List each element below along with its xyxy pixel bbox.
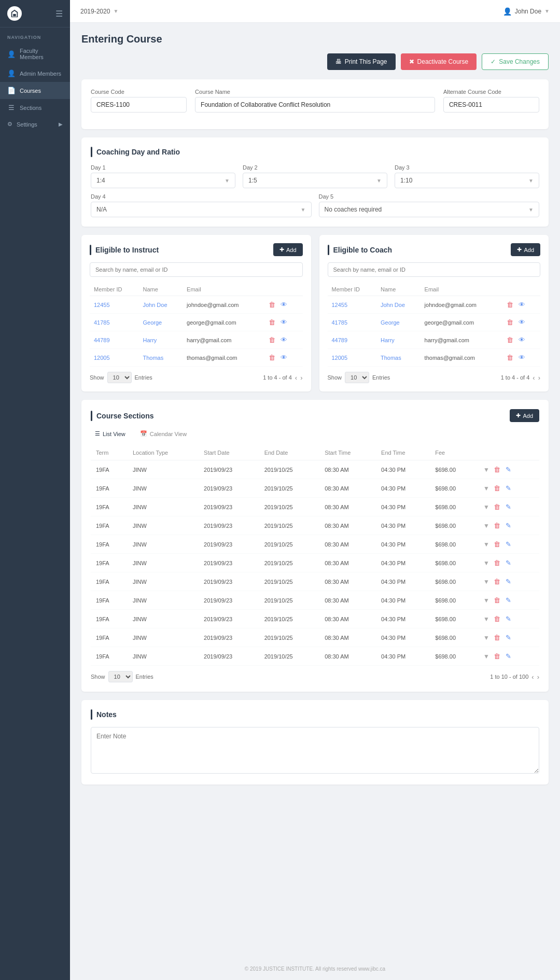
coach-show-select[interactable]: 10 bbox=[345, 372, 369, 383]
next-page-button[interactable]: › bbox=[300, 374, 302, 382]
user-menu[interactable]: 👤 John Doe ▼ bbox=[503, 7, 550, 16]
deactivate-button[interactable]: ✖ Deactivate Course bbox=[401, 53, 477, 70]
view-button[interactable]: 👁 bbox=[517, 317, 526, 327]
edit-button[interactable]: ✎ bbox=[505, 483, 512, 493]
sections-show-select[interactable]: 10 bbox=[108, 671, 133, 682]
delete-button[interactable]: 🗑 bbox=[493, 558, 501, 568]
hamburger-icon[interactable]: ☰ bbox=[55, 9, 63, 19]
table-row: 19FA JINW 2019/09/23 2019/10/25 08:30 AM… bbox=[91, 535, 539, 554]
delete-button[interactable]: 🗑 bbox=[493, 651, 501, 661]
edit-button[interactable]: ✎ bbox=[505, 633, 512, 642]
instruct-search-input[interactable] bbox=[90, 262, 303, 277]
edit-button[interactable]: ✎ bbox=[505, 502, 512, 512]
delete-button[interactable]: 🗑 bbox=[506, 300, 514, 310]
calendar-view-tab[interactable]: 📅 Calendar View bbox=[136, 428, 191, 439]
view-button[interactable]: 👁 bbox=[279, 353, 288, 362]
view-button[interactable]: 👁 bbox=[517, 300, 526, 310]
view-button[interactable]: 👁 bbox=[517, 353, 526, 362]
delete-button[interactable]: 🗑 bbox=[493, 465, 501, 474]
edit-button[interactable]: ✎ bbox=[505, 465, 512, 474]
sidebar-item-courses[interactable]: 📄 Courses bbox=[0, 82, 70, 99]
sidebar-item-faculty-members[interactable]: 👤 Faculty Members bbox=[0, 43, 70, 65]
row-start-date: 2019/09/23 bbox=[199, 516, 259, 535]
sidebar-item-admin-members[interactable]: 👤 Admin Members bbox=[0, 65, 70, 82]
course-name-input[interactable] bbox=[195, 97, 435, 113]
print-button[interactable]: 🖶 Print This Page bbox=[327, 53, 396, 70]
delete-button[interactable]: 🗑 bbox=[506, 335, 514, 345]
delete-button[interactable]: 🗑 bbox=[493, 577, 501, 586]
sidebar-item-sections[interactable]: ☰ Sections bbox=[0, 99, 70, 116]
notes-textarea[interactable] bbox=[91, 727, 539, 774]
day5-value: No coaches required bbox=[325, 206, 382, 213]
instruct-pagination-right: 1 to 4 - of 4 ‹ › bbox=[263, 374, 302, 382]
day4-select[interactable]: N/A ▼ bbox=[91, 202, 312, 217]
view-button[interactable]: 👁 bbox=[517, 335, 526, 345]
chevron-down-icon: ▼ bbox=[301, 207, 306, 213]
next-page-button[interactable]: › bbox=[538, 374, 540, 382]
chevron-down-icon: ▼ bbox=[483, 503, 489, 511]
instruct-table: Member ID Name Email 12455 John Doe john… bbox=[90, 283, 303, 367]
day2-select[interactable]: 1:5 ▼ bbox=[243, 173, 387, 188]
year-selector[interactable]: 2019-2020 ▼ bbox=[80, 8, 118, 15]
member-email: george@gmail.com bbox=[183, 314, 263, 331]
row-actions: ▼ 🗑 ✎ bbox=[478, 479, 539, 498]
delete-button[interactable]: 🗑 bbox=[506, 317, 514, 327]
prev-page-button[interactable]: ‹ bbox=[295, 374, 297, 382]
edit-button[interactable]: ✎ bbox=[505, 614, 512, 624]
calendar-icon: 📅 bbox=[140, 430, 147, 437]
view-button[interactable]: 👁 bbox=[279, 317, 288, 327]
row-location: JINW bbox=[128, 647, 199, 666]
delete-button[interactable]: 🗑 bbox=[268, 300, 276, 310]
delete-button[interactable]: 🗑 bbox=[268, 353, 276, 362]
course-code-input[interactable] bbox=[91, 97, 187, 113]
next-page-button[interactable]: › bbox=[537, 673, 539, 681]
col-actions bbox=[263, 283, 302, 296]
alt-course-code-input[interactable] bbox=[443, 97, 539, 113]
chevron-down-icon: ▼ bbox=[483, 597, 489, 604]
day3-select[interactable]: 1:10 ▼ bbox=[395, 173, 539, 188]
section-bar-icon bbox=[328, 245, 329, 255]
alt-course-code-group: Alternate Course Code bbox=[443, 89, 539, 113]
edit-button[interactable]: ✎ bbox=[505, 595, 512, 605]
sidebar-item-settings[interactable]: ⚙ Settings ▶ bbox=[0, 116, 70, 132]
edit-button[interactable]: ✎ bbox=[505, 577, 512, 586]
delete-button[interactable]: 🗑 bbox=[493, 614, 501, 624]
chevron-down-icon: ▼ bbox=[528, 178, 534, 184]
coach-search-input[interactable] bbox=[328, 262, 541, 277]
list-view-tab[interactable]: ☰ List View bbox=[91, 428, 130, 439]
course-name-group: Course Name bbox=[195, 89, 435, 113]
row-end-time: 04:30 PM bbox=[376, 572, 430, 591]
day5-group: Day 5 No coaches required ▼ bbox=[319, 193, 540, 217]
add-instruct-button[interactable]: ✚ Add bbox=[273, 243, 303, 256]
edit-button[interactable]: ✎ bbox=[505, 651, 512, 661]
delete-button[interactable]: 🗑 bbox=[268, 317, 276, 327]
coaching-card: Coaching Day and Ratio Day 1 1:4 ▼ Day 2… bbox=[81, 137, 549, 227]
day1-select[interactable]: 1:4 ▼ bbox=[91, 173, 235, 188]
add-section-button[interactable]: ✚ Add bbox=[510, 409, 539, 422]
row-actions: ▼ 🗑 ✎ bbox=[478, 647, 539, 666]
prev-page-button[interactable]: ‹ bbox=[533, 374, 535, 382]
edit-button[interactable]: ✎ bbox=[505, 539, 512, 549]
row-actions: ▼ 🗑 ✎ bbox=[478, 516, 539, 535]
row-fee: $698.00 bbox=[430, 554, 478, 572]
row-fee: $698.00 bbox=[430, 479, 478, 498]
delete-button[interactable]: 🗑 bbox=[493, 521, 501, 530]
prev-page-button[interactable]: ‹ bbox=[531, 673, 534, 681]
view-button[interactable]: 👁 bbox=[279, 300, 288, 310]
day5-select[interactable]: No coaches required ▼ bbox=[319, 202, 540, 217]
delete-button[interactable]: 🗑 bbox=[268, 335, 276, 345]
delete-button[interactable]: 🗑 bbox=[493, 483, 501, 493]
delete-button[interactable]: 🗑 bbox=[493, 595, 501, 605]
delete-button[interactable]: 🗑 bbox=[493, 633, 501, 642]
edit-button[interactable]: ✎ bbox=[505, 558, 512, 568]
view-button[interactable]: 👁 bbox=[279, 335, 288, 345]
delete-button[interactable]: 🗑 bbox=[493, 539, 501, 549]
sidebar-logo: ☰ bbox=[0, 0, 70, 27]
add-coach-button[interactable]: ✚ Add bbox=[511, 243, 540, 256]
delete-button[interactable]: 🗑 bbox=[506, 353, 514, 362]
save-button[interactable]: ✓ Save Changes bbox=[482, 53, 549, 70]
row-end-date: 2019/10/25 bbox=[259, 460, 320, 479]
instruct-show-select[interactable]: 10 bbox=[107, 372, 132, 383]
edit-button[interactable]: ✎ bbox=[505, 521, 512, 530]
delete-button[interactable]: 🗑 bbox=[493, 502, 501, 512]
